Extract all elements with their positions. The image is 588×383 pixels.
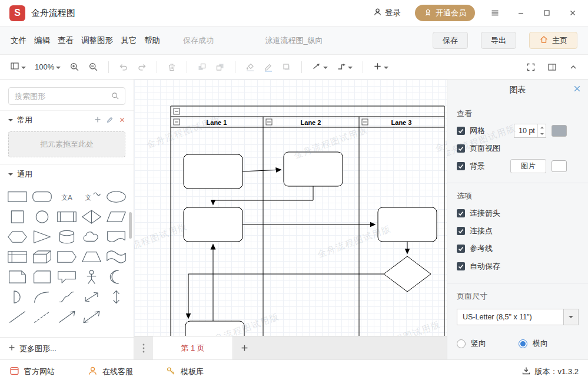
search-input[interactable] (8, 87, 125, 105)
collapse-toolbar-button[interactable] (566, 59, 581, 75)
shape-diamond[interactable] (79, 207, 104, 226)
shape-textbox[interactable]: 文 (79, 187, 104, 206)
lane-title[interactable]: Lane 2 (301, 119, 321, 126)
shape-arrow-line[interactable] (55, 307, 79, 326)
shape-internal-storage[interactable] (5, 247, 30, 266)
menu-hamburger-icon[interactable] (489, 7, 501, 19)
download-icon[interactable] (521, 366, 531, 377)
guides-checkbox[interactable] (457, 245, 465, 253)
page-view-checkbox[interactable] (457, 144, 465, 153)
connector[interactable] (188, 274, 384, 318)
official-website-link[interactable]: 官方网站 (9, 366, 55, 378)
shape-hexagon[interactable] (5, 227, 30, 246)
canvas[interactable]: Lane 1 Lane 2 Lane 3 (134, 80, 447, 336)
zoom-in-button[interactable] (67, 59, 82, 75)
sidebar-scrollbar[interactable] (129, 212, 132, 239)
zoom-out-button[interactable] (85, 59, 101, 75)
shape-process[interactable] (55, 207, 79, 226)
shadow-button[interactable] (279, 59, 294, 75)
shape-vertical-arrow[interactable] (104, 287, 128, 306)
redo-button[interactable] (134, 59, 150, 75)
save-button[interactable]: 保存 (433, 32, 468, 49)
flow-box-2[interactable] (284, 152, 343, 186)
toggle-panels-button[interactable] (7, 59, 29, 75)
shape-tape[interactable] (104, 247, 128, 266)
lane-title[interactable]: Lane 3 (391, 119, 412, 126)
background-checkbox[interactable] (457, 162, 465, 170)
shape-cloud[interactable] (79, 227, 104, 246)
insert-button[interactable] (370, 59, 391, 75)
home-button[interactable]: 主页 (529, 32, 577, 49)
shape-circle[interactable] (30, 207, 55, 226)
shape-trapezoid[interactable] (79, 247, 104, 266)
connection-style-button[interactable] (309, 59, 331, 75)
flow-box-1[interactable] (184, 154, 242, 189)
collapse-lane-icon[interactable] (174, 119, 368, 125)
add-page-button[interactable] (233, 336, 255, 359)
maximize-button[interactable] (541, 7, 553, 19)
menu-file[interactable]: 文件 (11, 35, 26, 46)
close-button[interactable] (567, 7, 579, 19)
shape-dashed-line[interactable] (30, 307, 55, 326)
grid-size-input[interactable]: 10 pt (514, 124, 546, 138)
shape-rectangle[interactable] (5, 187, 30, 206)
menu-view[interactable]: 查看 (58, 35, 74, 46)
add-shape-icon[interactable] (94, 116, 101, 125)
shape-callout[interactable] (55, 267, 79, 286)
fill-color-button[interactable] (242, 59, 258, 75)
background-color-swatch[interactable] (552, 160, 567, 172)
shape-or[interactable] (104, 267, 128, 286)
portrait-radio[interactable] (457, 339, 466, 348)
shape-curve[interactable] (30, 287, 55, 306)
delete-button[interactable] (164, 59, 180, 75)
shape-note[interactable] (5, 267, 30, 286)
spin-down-icon[interactable] (538, 131, 546, 137)
online-support-link[interactable]: 在线客服 (88, 366, 133, 378)
shape-square[interactable] (5, 207, 30, 226)
grid-color-swatch[interactable] (552, 125, 567, 137)
shape-document[interactable] (104, 227, 128, 246)
landscape-label[interactable]: 横向 (533, 338, 548, 349)
shape-rounded-rectangle[interactable] (30, 187, 55, 206)
waypoint-style-button[interactable] (334, 59, 356, 75)
shape-diagonal-arrow[interactable] (79, 287, 104, 306)
shape-dropzone[interactable]: 把元素拖至此处 (8, 131, 125, 157)
flow-box-5[interactable] (185, 321, 244, 336)
connection-points-checkbox[interactable] (457, 227, 465, 235)
shape-triangle[interactable] (30, 227, 55, 246)
export-button[interactable]: 导出 (481, 32, 516, 49)
more-shapes-button[interactable]: 更多图形... (0, 337, 134, 359)
connector[interactable] (242, 170, 281, 171)
shape-bidirectional-arrow[interactable] (79, 307, 104, 326)
landscape-radio[interactable] (519, 339, 527, 348)
menu-help[interactable]: 帮助 (144, 35, 160, 46)
flow-box-4[interactable] (378, 207, 437, 242)
section-common[interactable]: 常用 (0, 110, 134, 130)
undo-button[interactable] (116, 59, 131, 75)
shape-parallelogram[interactable] (104, 207, 128, 226)
shape-s-curve[interactable] (55, 287, 79, 306)
shape-actor[interactable] (79, 267, 104, 286)
grid-checkbox[interactable] (457, 127, 465, 135)
minimize-button[interactable] (515, 7, 527, 19)
background-image-button[interactable]: 图片 (510, 159, 546, 173)
lane-title[interactable]: Lane 1 (207, 119, 227, 126)
toggle-format-panel-button[interactable] (544, 59, 560, 75)
shape-cube[interactable] (30, 247, 55, 266)
section-general[interactable]: 通用 (0, 164, 134, 184)
autosave-checkbox[interactable] (457, 262, 465, 270)
shape-cylinder[interactable] (55, 227, 79, 246)
menu-extras[interactable]: 其它 (121, 35, 137, 46)
close-panel-icon[interactable] (573, 85, 581, 94)
edit-section-icon[interactable] (107, 116, 114, 125)
shape-step[interactable] (55, 247, 79, 266)
to-front-button[interactable] (194, 59, 210, 75)
pages-menu-button[interactable] (134, 336, 153, 359)
fullscreen-button[interactable] (523, 59, 539, 75)
shape-text[interactable]: 文A (55, 187, 79, 206)
template-library-link[interactable]: 模板库 (166, 366, 204, 378)
page-size-dropdown[interactable]: US-Letter (8,5" x 11") (457, 309, 579, 325)
zoom-dropdown[interactable]: 100% (32, 59, 64, 75)
shape-ellipse[interactable] (104, 187, 128, 206)
vip-upgrade-button[interactable]: 开通会员 (415, 5, 475, 21)
